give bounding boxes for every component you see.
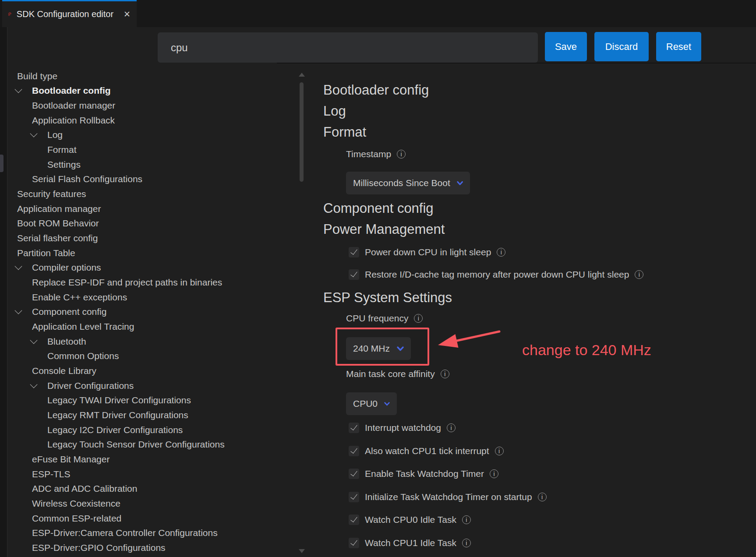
tab-sdk-configuration-editor[interactable]: SDK Configuration editor ✕	[2, 0, 137, 27]
reset-button[interactable]: Reset	[656, 32, 701, 61]
chevron-down-icon[interactable]	[15, 307, 22, 314]
checkbox-power-down-cpu-in-light-sleep[interactable]	[349, 247, 359, 257]
info-icon[interactable]: i	[397, 150, 406, 159]
sidebar-item-label: Replace ESP-IDF and project paths in bin…	[32, 277, 222, 288]
sidebar-item-label: Legacy Touch Sensor Driver Configuration…	[47, 439, 225, 450]
sidebar-item-application-rollback[interactable]: Application Rollback	[32, 114, 115, 127]
checkbox-initialize-task-watchdog-timer-on-startup[interactable]	[349, 492, 359, 502]
checkbox-row: Restore I/D-cache tag memory after power…	[349, 268, 643, 281]
sidebar-item-legacy-twai-driver-configurations[interactable]: Legacy TWAI Driver Configurations	[47, 394, 191, 406]
sidebar-item-replace-esp-idf-and-project-paths-in-binaries[interactable]: Replace ESP-IDF and project paths in bin…	[32, 276, 222, 289]
sidebar-item-bluetooth[interactable]: Bluetooth	[47, 335, 86, 348]
log-timestamp-dropdown[interactable]: Milliseconds Since Boot	[346, 172, 470, 194]
sidebar-item-legacy-touch-sensor-driver-configurations[interactable]: Legacy Touch Sensor Driver Configuration…	[47, 438, 225, 451]
chevron-down-icon	[457, 181, 463, 186]
info-icon[interactable]: i	[462, 539, 471, 547]
sidebar-item-serial-flash-configurations[interactable]: Serial Flash Configurations	[32, 173, 142, 185]
sidebar-item-legacy-rmt-driver-configurations[interactable]: Legacy RMT Driver Configurations	[47, 409, 188, 421]
sidebar-item-compiler-options[interactable]: Compiler options	[32, 261, 101, 274]
sidebar-item-format[interactable]: Format	[47, 144, 77, 156]
panel-scrollbar[interactable]	[300, 82, 304, 182]
info-icon[interactable]: i	[490, 469, 498, 478]
window-left-edge	[0, 27, 7, 557]
sidebar-item-label: Legacy I2C Driver Configurations	[47, 425, 183, 435]
field-label-text: Main task core affinity	[346, 369, 435, 379]
scroll-down-arrow-icon[interactable]	[299, 549, 305, 553]
cpu-frequency-dropdown[interactable]: 240 MHz	[346, 337, 411, 360]
info-icon[interactable]: i	[441, 370, 449, 378]
sidebar-item-partition-table[interactable]: Partition Table	[17, 247, 75, 259]
chevron-down-icon[interactable]	[30, 130, 38, 137]
main-task-core-affinity-dropdown[interactable]: CPU0	[346, 392, 397, 415]
tab-bar: SDK Configuration editor ✕	[0, 0, 756, 27]
sidebar-item-log[interactable]: Log	[47, 129, 63, 141]
sidebar-item-build-type[interactable]: Build type	[17, 70, 57, 82]
sidebar-item-legacy-i2c-driver-configurations[interactable]: Legacy I2C Driver Configurations	[47, 424, 183, 436]
sidebar-item-efuse-bit-manager[interactable]: eFuse Bit Manager	[32, 453, 110, 465]
sidebar-item-label: Build type	[17, 71, 57, 81]
info-icon[interactable]: i	[462, 515, 471, 524]
chevron-down-icon	[384, 402, 390, 406]
sidebar-item-label: Bootloader config	[32, 85, 111, 96]
search-input[interactable]	[158, 32, 538, 63]
section-heading-esp-system-settings: ESP System Settings	[323, 290, 452, 306]
checkbox-interrupt-watchdog[interactable]	[349, 423, 359, 433]
sidebar-item-label: Component config	[32, 307, 106, 317]
checkbox-watch-cpu0-idle-task[interactable]	[349, 515, 359, 525]
sidebar-item-esp-driver-camera-controller-configurations[interactable]: ESP-Driver:Camera Controller Configurati…	[32, 527, 218, 539]
sidebar-item-component-config[interactable]: Component config	[32, 306, 106, 318]
sidebar-item-enable-c-exceptions[interactable]: Enable C++ exceptions	[32, 291, 127, 303]
sidebar-item-label: Format	[47, 145, 77, 155]
sidebar-item-wireless-coexistence[interactable]: Wireless Coexistence	[32, 497, 120, 510]
info-icon[interactable]: i	[538, 493, 547, 501]
sidebar-item-label: Application Rollback	[32, 115, 115, 126]
checkbox-label: Initialize Task Watchdog Timer on startu…	[365, 492, 532, 502]
sdk-configuration-editor-window: SDK Configuration editor ✕ Save Discard …	[0, 0, 756, 557]
checkbox-watch-cpu1-idle-task[interactable]	[349, 538, 359, 548]
sidebar-item-common-esp-related[interactable]: Common ESP-related	[32, 512, 121, 525]
sidebar-item-label: Partition Table	[17, 248, 75, 258]
chevron-down-icon[interactable]	[15, 263, 22, 270]
discard-button[interactable]: Discard	[594, 32, 649, 61]
section-heading-log: Log	[323, 103, 346, 119]
sidebar-item-adc-and-adc-calibration[interactable]: ADC and ADC Calibration	[32, 483, 137, 495]
checkbox-also-watch-cpu1-tick-interrupt[interactable]	[349, 446, 359, 456]
checkbox-row: Also watch CPU1 tick interrupti	[349, 445, 504, 457]
sidebar-item-settings[interactable]: Settings	[47, 159, 81, 171]
save-button[interactable]: Save	[545, 32, 587, 61]
info-icon[interactable]: i	[447, 423, 456, 432]
sidebar-item-console-library[interactable]: Console Library	[32, 365, 96, 377]
info-icon[interactable]: i	[495, 447, 504, 455]
sidebar-item-label: Log	[47, 130, 63, 140]
checkbox-enable-task-watchdog-timer[interactable]	[349, 469, 359, 479]
info-icon[interactable]: i	[414, 314, 423, 323]
chevron-down-icon[interactable]	[30, 337, 38, 344]
info-icon[interactable]: i	[635, 270, 643, 279]
sidebar-item-common-options[interactable]: Common Options	[47, 350, 119, 362]
sidebar-item-label: Compiler options	[32, 262, 101, 273]
sidebar-item-label: Common ESP-related	[32, 513, 121, 524]
sidebar-item-security-features[interactable]: Security features	[17, 188, 86, 200]
sidebar-item-serial-flasher-config[interactable]: Serial flasher config	[17, 232, 98, 244]
sidebar-item-label: Security features	[17, 189, 86, 199]
sidebar-item-esp-driver-gpio-configurations[interactable]: ESP-Driver:GPIO Configurations	[32, 542, 166, 554]
dropdown-selected-value: Milliseconds Since Boot	[353, 178, 450, 188]
section-heading-power-management: Power Management	[323, 222, 445, 237]
info-icon[interactable]: i	[497, 248, 505, 257]
chevron-down-icon[interactable]	[15, 86, 22, 93]
field-label-timestamp: Timestampi	[346, 148, 406, 160]
chevron-down-icon[interactable]	[30, 381, 38, 388]
sidebar-item-application-level-tracing[interactable]: Application Level Tracing	[32, 321, 134, 333]
sidebar-item-esp-tls[interactable]: ESP-TLS	[32, 468, 71, 480]
section-heading-component-config: Component config	[323, 201, 434, 216]
sidebar-item-application-manager[interactable]: Application manager	[17, 203, 101, 215]
sidebar-item-bootloader-config[interactable]: Bootloader config	[32, 85, 111, 97]
close-icon[interactable]: ✕	[124, 10, 131, 18]
checkbox-restore-i-d-cache-tag-memory-after-power-down-cpu-light-sleep[interactable]	[349, 269, 359, 280]
sidebar-item-boot-rom-behavior[interactable]: Boot ROM Behavior	[17, 217, 99, 229]
sidebar-item-bootloader-manager[interactable]: Bootloader manager	[32, 99, 115, 112]
sidebar-item-driver-configurations[interactable]: Driver Configurations	[47, 380, 134, 392]
scroll-up-arrow-icon[interactable]	[299, 73, 305, 77]
dropdown-selected-value: CPU0	[353, 398, 378, 409]
espressif-logo-icon	[8, 10, 12, 19]
